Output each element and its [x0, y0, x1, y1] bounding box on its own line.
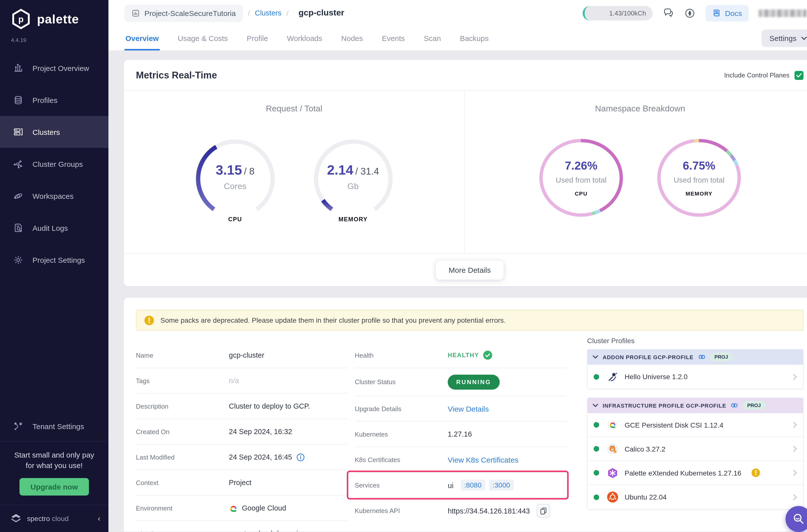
chevron-right-icon — [793, 422, 797, 428]
tab-nodes[interactable]: Nodes — [340, 26, 364, 51]
view-details-link[interactable]: View Details — [448, 404, 489, 413]
chevron-right-icon — [793, 445, 797, 452]
sidebar-item-label: Workspaces — [33, 192, 74, 200]
memory-used-percent: 6.75% — [656, 159, 742, 173]
detail-row-environment: Environment Google Cloud — [136, 496, 348, 521]
sidebar-item-label: Audit Logs — [33, 224, 68, 232]
sidebar-footer: spectrocloud ‹ — [0, 505, 109, 532]
breadcrumb-project: Project-ScaleSecureTutoria — [145, 9, 236, 17]
service-port-8080[interactable]: :8080 — [461, 479, 485, 491]
sidebar-nav: Project Overview Profiles Clusters Clust… — [0, 52, 109, 276]
bar-chart-icon — [13, 63, 23, 73]
include-control-planes-checkbox[interactable] — [794, 71, 804, 80]
addon-profile-section-header[interactable]: ADDON PROFILE GCP-PROFILE PROJ — [587, 349, 804, 365]
info-icon[interactable] — [296, 453, 304, 461]
proj-badge: PROJ — [743, 401, 765, 410]
cluster-profiles-panel: Cluster Profiles ADDON PROFILE GCP-PROFI… — [587, 337, 804, 510]
metrics-title: Metrics Real-Time — [136, 70, 217, 81]
pxk-icon — [607, 467, 619, 479]
memory-request-value: 2.14 — [327, 163, 353, 177]
ubuntu-icon — [607, 491, 619, 503]
profile-pack-gce-csi[interactable]: GCE Persistent Disk CSI 1.12.4 — [588, 413, 803, 437]
footer-brand: spectrocloud — [27, 514, 69, 522]
chevron-right-icon — [793, 374, 797, 380]
tab-workloads[interactable]: Workloads — [286, 26, 323, 51]
sidebar-item-cluster-groups[interactable]: Cluster Groups — [0, 148, 109, 180]
copy-api-url-button[interactable] — [537, 504, 550, 517]
infrastructure-profile-section-header[interactable]: INFRASTRUCTURE PROFILE GCP-PROFILE PROJ — [587, 398, 804, 413]
tab-events[interactable]: Events — [381, 26, 406, 51]
link-icon — [731, 402, 738, 409]
sidebar: p palette 4.4.19 Project Overview Profil… — [0, 0, 109, 532]
usage-quota-pill[interactable]: 1.43/100kCh — [583, 6, 653, 20]
sidebar-spacer — [0, 276, 109, 412]
layers-icon — [13, 95, 23, 105]
sidebar-item-workspaces[interactable]: Workspaces — [0, 180, 109, 212]
sidebar-item-profiles[interactable]: Profiles — [0, 84, 109, 116]
profile-pack-ubuntu[interactable]: Ubuntu 22.04 — [588, 485, 803, 509]
profile-pack-hello-universe[interactable]: Hello Universe 1.2.0 — [588, 365, 803, 388]
service-port-3000[interactable]: :3000 — [489, 479, 513, 491]
breadcrumb-clusters-link[interactable]: Clusters — [255, 9, 281, 17]
chat-icon[interactable] — [662, 7, 674, 19]
detail-row-health: Health HEALTHY — [355, 343, 567, 368]
upgrade-now-button[interactable]: Upgrade now — [19, 478, 89, 496]
settings-button[interactable]: Settings — [762, 30, 807, 47]
sidebar-item-project-settings[interactable]: Project Settings — [0, 244, 109, 276]
sidebar-item-tenant-settings[interactable]: Tenant Settings — [0, 412, 109, 441]
detail-row-name: Name gcp-cluster — [136, 343, 348, 368]
detail-row-created-on: Created On 24 Sep 2024, 16:32 — [136, 419, 348, 444]
promo-line1: Start small and only pay — [6, 449, 102, 460]
main-area: Project-ScaleSecureTutoria / Clusters / … — [109, 0, 807, 532]
copy-icon — [540, 507, 547, 514]
detail-row-k8s-certificates: K8s Certificates View K8s Certificates — [355, 447, 567, 473]
detail-row-description: Description Cluster to deploy to GCP. — [136, 394, 348, 419]
brand-block: p palette 4.4.19 — [0, 0, 109, 43]
sidebar-item-clusters[interactable]: Clusters — [0, 116, 109, 148]
check-icon — [796, 73, 802, 78]
brand-name: palette — [37, 12, 79, 26]
compass-icon[interactable] — [684, 7, 696, 19]
pack-status-dot — [594, 446, 599, 452]
detail-row-kubernetes: Kubernetes 1.27.16 — [355, 422, 567, 447]
cpu-donut-label: CPU — [538, 191, 624, 196]
cpu-namespace-donut: 7.26% Used from total CPU — [538, 132, 624, 224]
cluster-profiles-title: Cluster Profiles — [587, 337, 804, 345]
profile-pack-calico[interactable]: Calico 3.27.2 — [588, 437, 803, 461]
warning-icon — [145, 316, 154, 325]
gcp-icon — [607, 419, 619, 431]
network-icon — [13, 158, 23, 169]
promo-line2: for what you use! — [6, 460, 102, 471]
tab-overview[interactable]: Overview — [125, 26, 159, 51]
page-content: Metrics Real-Time Include Control Planes… — [109, 51, 807, 532]
search-icon — [791, 512, 806, 527]
profile-pack-palette-extended-kubernetes[interactable]: Palette eXtended Kubernetes 1.27.16 — [588, 461, 803, 485]
details-left-column: Name gcp-cluster Tags n/a Description Cl… — [136, 343, 348, 532]
sidebar-item-label: Cluster Groups — [33, 159, 83, 168]
tab-scan[interactable]: Scan — [423, 26, 442, 51]
servers-icon — [13, 127, 23, 137]
detail-row-cluster-status: Cluster Status RUNNING — [355, 368, 567, 396]
link-icon — [698, 353, 706, 361]
user-menu[interactable] — [758, 9, 807, 17]
project-selector[interactable]: Project-ScaleSecureTutoria — [125, 4, 243, 22]
sidebar-item-project-overview[interactable]: Project Overview — [0, 52, 109, 84]
view-k8s-certificates-link[interactable]: View K8s Certificates — [448, 455, 519, 464]
docs-button[interactable]: Docs — [706, 5, 749, 21]
tab-profile[interactable]: Profile — [246, 26, 269, 51]
cpu-gauge-label: CPU — [192, 216, 278, 223]
cpu-unit: Cores — [192, 182, 278, 192]
tab-backups[interactable]: Backups — [459, 26, 490, 51]
calico-icon — [607, 443, 619, 455]
chevron-right-icon — [793, 494, 797, 500]
sidebar-item-label: Clusters — [33, 128, 60, 136]
pack-status-dot — [594, 494, 599, 500]
more-details-button[interactable]: More Details — [436, 260, 504, 280]
sidebar-item-audit-logs[interactable]: Audit Logs — [0, 212, 109, 244]
cpu-total-value: / 8 — [244, 166, 254, 176]
orbit-icon — [13, 191, 23, 201]
tab-usage-costs[interactable]: Usage & Costs — [177, 26, 229, 51]
collapse-sidebar-icon[interactable]: ‹ — [98, 514, 100, 523]
breadcrumb-separator: / — [286, 9, 288, 17]
page-title: gcp-cluster — [299, 8, 344, 18]
